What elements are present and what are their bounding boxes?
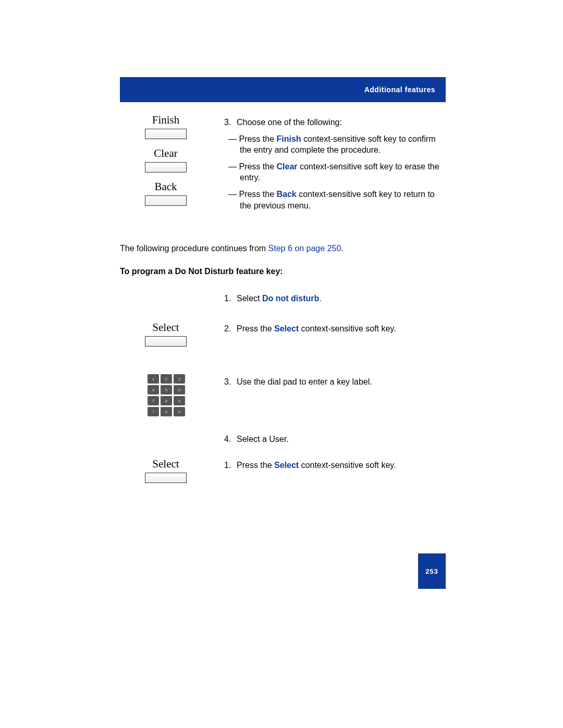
softkey-select2-button[interactable] bbox=[145, 473, 187, 483]
header-title: Additional features bbox=[364, 85, 435, 94]
step3-content: 3.Choose one of the following: Press the… bbox=[224, 117, 443, 211]
dnd-step4: 4.Select a User. bbox=[224, 434, 443, 445]
softkey-select1-button[interactable] bbox=[145, 336, 187, 347]
softkey-finish-group: Finish bbox=[145, 114, 187, 139]
softkey-finish-button[interactable] bbox=[145, 129, 187, 139]
step3-num: 3. bbox=[224, 117, 237, 128]
document-page: Additional features Finish Clear Back 3.… bbox=[0, 0, 563, 728]
dnd-step1: 1.Select Do not disturb. bbox=[224, 293, 443, 304]
softkey-back-group: Back bbox=[145, 180, 187, 206]
dnd-step3: 3.Use the dial pad to enter a key label. bbox=[224, 376, 443, 388]
dialpad-icon: 123 456 789 *0# bbox=[148, 374, 185, 418]
softkey-back-button[interactable] bbox=[145, 195, 187, 206]
step3-bullet2: Press the Clear context-sensitive soft k… bbox=[240, 161, 443, 183]
step3-bullet3: Press the Back context-sensitive soft ke… bbox=[240, 189, 443, 211]
step3-text: Choose one of the following: bbox=[237, 118, 342, 127]
step6-link[interactable]: Step 6 on page 250 bbox=[268, 244, 341, 253]
continue-text: The following procedure continues from S… bbox=[120, 244, 446, 253]
softkey-clear-button[interactable] bbox=[145, 162, 187, 172]
step3-bullet1: Press the Finish context-sensitive soft … bbox=[240, 133, 443, 156]
page-header: Additional features bbox=[120, 77, 446, 102]
step3-line: 3.Choose one of the following: bbox=[224, 117, 443, 128]
softkey-finish-label: Finish bbox=[145, 114, 187, 127]
select-keyword-1: Select bbox=[274, 324, 299, 333]
finish-keyword: Finish bbox=[276, 134, 301, 143]
softkey-select2-label: Select bbox=[145, 458, 187, 471]
softkey-clear-group: Clear bbox=[145, 147, 187, 172]
dnd-keyword: Do not disturb bbox=[262, 294, 319, 303]
softkey-select1-group: Select bbox=[145, 321, 187, 347]
dnd-step5: 1.Press the Select context-sensitive sof… bbox=[224, 460, 443, 471]
page-number: 253 bbox=[425, 567, 438, 575]
softkey-select2-group: Select bbox=[145, 458, 187, 483]
softkey-back-label: Back bbox=[145, 180, 187, 193]
softkey-select1-label: Select bbox=[145, 321, 187, 334]
select-keyword-2: Select bbox=[274, 461, 299, 470]
page-number-box: 253 bbox=[418, 553, 446, 589]
procedure-heading: To program a Do Not Disturb feature key: bbox=[120, 267, 446, 276]
back-keyword: Back bbox=[276, 190, 296, 199]
softkey-clear-label: Clear bbox=[145, 147, 187, 160]
dnd-step2: 2.Press the Select context-sensitive sof… bbox=[224, 323, 443, 335]
clear-keyword: Clear bbox=[276, 162, 297, 171]
